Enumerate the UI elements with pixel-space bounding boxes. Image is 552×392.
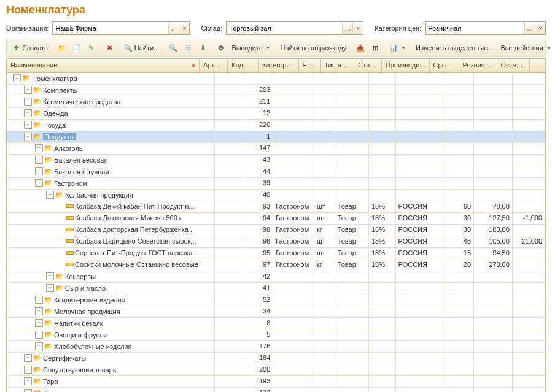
cell-kod: 95 bbox=[243, 248, 273, 259]
row-name-label: Кондитерские изделия bbox=[54, 296, 125, 304]
expand-icon[interactable]: + bbox=[24, 389, 32, 392]
sklad-select-button[interactable]: … bbox=[342, 23, 352, 34]
collapse-icon[interactable]: − bbox=[35, 179, 43, 187]
barcode-button[interactable]: Найти по штрих-коду bbox=[278, 41, 349, 55]
expand-icon[interactable]: + bbox=[24, 377, 32, 385]
tree-folder-row[interactable]: +📂Одежда12 bbox=[7, 108, 545, 120]
new-folder-button[interactable]: 📁 bbox=[55, 41, 69, 55]
tree-folder-row[interactable]: +📂Молочная продукция34 bbox=[7, 306, 545, 318]
cell-kod: 220 bbox=[243, 120, 273, 131]
col-kat[interactable]: Категория... bbox=[259, 59, 299, 72]
item-icon bbox=[66, 216, 74, 220]
tree-folder-row[interactable]: −📂Продукты1 bbox=[7, 131, 545, 143]
tree-folder-row[interactable]: +📂Тара193 bbox=[7, 376, 545, 388]
col-name[interactable]: Наименование🔺 bbox=[7, 59, 200, 72]
tree-item-row[interactable]: Колбаса Докторская Микоян 500 г94Гастрон… bbox=[7, 213, 545, 225]
katcen-clear-button[interactable]: × bbox=[535, 23, 545, 34]
tree-item-row[interactable]: Колбаса Царицыно Советская сырок...96Гас… bbox=[7, 236, 545, 248]
cell-kod: 39 bbox=[243, 178, 273, 189]
expand-icon[interactable]: + bbox=[35, 342, 43, 350]
expand-icon[interactable]: + bbox=[24, 366, 32, 374]
tree-folder-row[interactable]: +📂Сыр и масло41 bbox=[7, 283, 545, 294]
tree-folder-row[interactable]: +📂Услуги132 bbox=[7, 388, 545, 392]
collapse-icon[interactable]: − bbox=[24, 133, 32, 140]
tree-folder-row[interactable]: +📂Бакалея весовая43 bbox=[7, 155, 545, 166]
collapse-icon[interactable]: − bbox=[13, 74, 21, 82]
expand-icon[interactable]: + bbox=[35, 144, 43, 152]
grid-body[interactable]: −📂Номенклатура+📂Комплекты203+📂Косметичес… bbox=[7, 73, 545, 392]
col-stav[interactable]: Став... bbox=[354, 59, 382, 72]
tree-item-row[interactable]: Колбаса докторская Петербурженка ...98Га… bbox=[7, 225, 545, 236]
change-selected-button[interactable]: Изменить выделенные... bbox=[413, 41, 496, 55]
tree-folder-row[interactable]: −📂Гастроном39 bbox=[7, 178, 545, 190]
delete-button[interactable]: ✖ bbox=[103, 41, 117, 55]
tree-folder-row[interactable]: +📂Овощи и фрукты5 bbox=[7, 329, 545, 341]
org-input[interactable] bbox=[53, 23, 168, 34]
tree-folder-row[interactable]: +📂Косметические средства211 bbox=[7, 96, 545, 108]
cell-tip bbox=[335, 306, 369, 317]
all-actions-button[interactable]: Все действия ▼ bbox=[498, 41, 552, 55]
col-kod[interactable]: Код bbox=[228, 59, 259, 72]
col-tip[interactable]: Тип но... bbox=[321, 59, 354, 72]
expand-icon[interactable]: + bbox=[24, 98, 32, 106]
tree-item-row[interactable]: Сервелат Пит-Продукт ГОСТ нарезка...95Га… bbox=[7, 248, 545, 259]
copy-button[interactable]: 📄 bbox=[70, 41, 84, 55]
org-clear-button[interactable]: × bbox=[179, 23, 189, 34]
row-name-label: Колбаса Дикий кабан Пит-Продукт н... bbox=[75, 202, 195, 210]
tree-folder-row[interactable]: +📂Кондитерские изделия52 bbox=[7, 294, 545, 306]
tree-folder-row[interactable]: +📂Хлебобулочные изделия176 bbox=[7, 341, 545, 353]
expand-icon[interactable]: + bbox=[24, 109, 32, 117]
col-ost[interactable]: Остаток bbox=[497, 59, 530, 72]
tree-folder-row[interactable]: +📂Алкоголь147 bbox=[7, 143, 545, 155]
grid-settings-button[interactable]: ⊞ bbox=[368, 41, 382, 55]
expand-icon[interactable]: + bbox=[24, 354, 32, 362]
export-button[interactable]: 📤 bbox=[354, 41, 367, 55]
cell-stav bbox=[369, 271, 396, 282]
chart-button[interactable]: 📊 ▼ bbox=[387, 41, 408, 55]
edit-button[interactable]: ✎ bbox=[85, 41, 98, 55]
tree-folder-row[interactable]: +📂Бакалея штучная44 bbox=[7, 166, 545, 178]
find-button[interactable]: 🔍 Найти... bbox=[122, 41, 162, 55]
sklad-input[interactable] bbox=[227, 23, 342, 34]
expand-icon[interactable]: + bbox=[35, 307, 43, 315]
settings-button[interactable]: ⚙ bbox=[214, 41, 228, 55]
expand-icon[interactable]: + bbox=[35, 319, 43, 327]
tree-folder-row[interactable]: +📂Посуда220 bbox=[7, 120, 545, 131]
expand-icon[interactable]: + bbox=[24, 121, 32, 129]
tree-folder-row[interactable]: −📂Номенклатура bbox=[7, 73, 545, 85]
clear-filter-button[interactable]: 🔍 bbox=[166, 41, 180, 55]
tree-folder-row[interactable]: +📂Сопутствующие товары200 bbox=[7, 364, 545, 376]
tree-folder-row[interactable]: +📂Комплекты203 bbox=[7, 85, 545, 96]
col-ed[interactable]: Ед. ... bbox=[299, 59, 321, 72]
col-srok[interactable]: Срок ... bbox=[430, 59, 459, 72]
katcen-input[interactable] bbox=[426, 23, 524, 34]
col-proiz[interactable]: Производи... bbox=[382, 59, 430, 72]
cell-kat bbox=[273, 120, 314, 131]
create-button[interactable]: ✚ Создать bbox=[9, 41, 50, 55]
expand-icon[interactable]: + bbox=[35, 167, 43, 175]
cell-ost: -1,000 bbox=[513, 213, 545, 224]
col-art[interactable]: Арти... bbox=[200, 59, 228, 72]
tree-folder-row[interactable]: +📂Напитки безалк8 bbox=[7, 318, 545, 329]
expand-icon[interactable]: + bbox=[46, 272, 54, 280]
sklad-clear-button[interactable]: × bbox=[352, 23, 363, 34]
move-down-button[interactable]: ⬇ bbox=[196, 41, 209, 55]
cell-tip: Товар bbox=[335, 236, 369, 247]
tree-item-row[interactable]: Колбаса Дикий кабан Пит-Продукт н...93Га… bbox=[7, 201, 545, 213]
tree-folder-row[interactable]: +📂Сертификаты184 bbox=[7, 353, 545, 364]
output-button[interactable]: Выводить ▼ bbox=[229, 41, 273, 55]
expand-icon[interactable]: + bbox=[46, 284, 54, 292]
expand-icon[interactable]: + bbox=[35, 156, 43, 164]
tree-folder-row[interactable]: +📂Консервы42 bbox=[7, 271, 545, 283]
expand-icon[interactable]: + bbox=[35, 331, 43, 339]
katcen-select-button[interactable]: … bbox=[524, 23, 535, 34]
tree-button[interactable]: ⠿ bbox=[181, 41, 195, 55]
cell-stav bbox=[369, 388, 396, 392]
col-cena[interactable]: Рознична... bbox=[459, 59, 497, 72]
org-select-button[interactable]: … bbox=[168, 23, 179, 34]
collapse-icon[interactable]: − bbox=[46, 191, 54, 199]
expand-icon[interactable]: + bbox=[35, 296, 43, 304]
expand-icon[interactable]: + bbox=[24, 86, 32, 94]
tree-folder-row[interactable]: −📂Колбасная продукция40 bbox=[7, 190, 545, 201]
tree-item-row[interactable]: Сосиски молочные Останкино весовые97Гаст… bbox=[7, 259, 545, 271]
